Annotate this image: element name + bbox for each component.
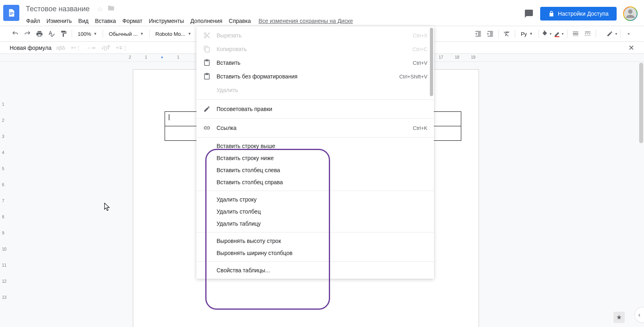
svg-rect-0 [10, 12, 13, 12]
context-menu-label: Вставить строку ниже [217, 155, 427, 161]
context-menu-item: ВырезатьCtrl+X [196, 29, 434, 42]
svg-rect-6 [573, 36, 578, 36]
menu-file[interactable]: Файл [23, 16, 43, 26]
context-menu-label: Выровнять ширину столбцов [217, 250, 427, 256]
svg-rect-9 [587, 33, 588, 34]
context-menu-label: Вставить столбец справа [217, 179, 427, 185]
context-menu-item[interactable]: Вставить строку ниже [196, 152, 434, 164]
copy-icon [203, 45, 211, 53]
comments-icon[interactable] [524, 9, 534, 19]
clear-format-icon[interactable] [501, 28, 512, 39]
context-menu-item[interactable]: Посоветовать правки [196, 102, 434, 116]
share-label: Настройки Доступа [558, 10, 609, 17]
indent-decrease-icon[interactable] [473, 28, 484, 39]
shortcut-label: Ctrl+Shift+V [399, 74, 427, 80]
share-button[interactable]: Настройки Доступа [540, 7, 617, 21]
context-menu-item[interactable]: Вставить столбец справа [196, 176, 434, 188]
shortcut-label: Ctrl+V [413, 60, 427, 66]
menu-view[interactable]: Вид [76, 16, 91, 26]
context-menu-item: Удалить [196, 83, 434, 97]
fill-color-icon[interactable]: ▼ [541, 28, 553, 39]
collapse-icon[interactable] [623, 28, 634, 39]
editing-mode-icon[interactable]: ▼ [607, 28, 618, 39]
undo-icon[interactable] [10, 28, 21, 39]
print-icon[interactable] [34, 28, 45, 39]
context-menu-item[interactable]: Удалить таблицу [196, 218, 434, 230]
context-menu-label: Посоветовать правки [217, 106, 427, 112]
context-menu-label: Вырезать [217, 32, 413, 39]
context-menu-item: КопироватьCtrl+C [196, 42, 434, 56]
menu-bar: Файл Изменить Вид Вставка Формат Инструм… [23, 15, 524, 27]
context-menu-label: Удалить строку [217, 196, 427, 203]
context-menu-label: Копировать [217, 46, 413, 52]
context-menu-label: Вставить столбец слева [217, 167, 427, 173]
context-menu-label: Удалить столбец [217, 208, 427, 215]
header: Тестовое название ☆ Файл Изменить Вид Вс… [0, 0, 644, 26]
spell-lang-select[interactable]: Ру▼ [518, 29, 536, 39]
shortcut-label: Ctrl+C [413, 46, 427, 52]
formula-token[interactable]: αβΔ [56, 45, 65, 51]
svg-rect-8 [585, 33, 586, 34]
svg-rect-12 [586, 35, 587, 36]
context-menu-label: Вставить строку выше [217, 143, 427, 149]
border-width-icon[interactable] [570, 28, 581, 39]
formula-token[interactable]: √()∛ [101, 45, 110, 51]
shortcut-label: Ctrl+X [413, 33, 427, 39]
saved-status[interactable]: Все изменения сохранены на Диске [258, 18, 353, 24]
svg-rect-13 [588, 35, 589, 36]
menu-edit[interactable]: Изменить [43, 16, 74, 26]
formula-label: Новая формула [10, 45, 52, 51]
link-icon [203, 124, 211, 132]
svg-rect-2 [10, 14, 12, 15]
paste-icon [203, 72, 211, 80]
svg-rect-5 [573, 33, 578, 34]
context-menu-label: Выровнять высоту строк [217, 238, 427, 244]
star-icon[interactable]: ☆ [97, 5, 103, 13]
context-menu-item[interactable]: Удалить столбец [196, 206, 434, 218]
formula-token[interactable]: +∓⋮ [116, 45, 128, 51]
doc-title[interactable]: Тестовое название [23, 4, 92, 14]
menu-help[interactable]: Справка [226, 16, 254, 26]
paint-format-icon[interactable] [58, 28, 69, 39]
folder-icon[interactable] [107, 4, 115, 13]
scrollbar[interactable] [639, 63, 643, 143]
context-menu-item[interactable]: Вставить столбец слева [196, 164, 434, 176]
context-menu-item[interactable]: Выровнять высоту строк [196, 235, 434, 247]
menu-tools[interactable]: Инструменты [146, 16, 187, 26]
side-panel-toggle-icon[interactable]: ‹ [634, 307, 644, 323]
context-menu-item[interactable]: СсылкаCtrl+K [196, 121, 434, 135]
context-menu-item[interactable]: Свойства таблицы... [196, 264, 434, 276]
formula-token[interactable]: ×÷⋮ [71, 45, 81, 51]
context-menu-label: Вставить [217, 60, 413, 66]
border-color-icon[interactable]: ▼ [553, 28, 565, 39]
suggest-icon [203, 105, 211, 113]
formula-token[interactable]: ←⇒ [87, 45, 95, 51]
menu-addons[interactable]: Дополнения [188, 16, 225, 26]
menu-insert[interactable]: Вставка [92, 16, 119, 26]
account-avatar[interactable] [623, 6, 638, 21]
indent-increase-icon[interactable] [485, 28, 496, 39]
border-style-icon[interactable] [582, 28, 593, 39]
scrollbar[interactable] [430, 28, 433, 96]
zoom-select[interactable]: 100%▼ [74, 29, 100, 39]
cut-icon [203, 31, 211, 39]
svg-rect-3 [555, 36, 559, 37]
svg-rect-1 [10, 13, 13, 14]
close-icon[interactable]: ✕ [628, 43, 634, 52]
context-menu-item[interactable]: Вставить строку выше [196, 140, 434, 152]
svg-rect-7 [585, 32, 590, 33]
style-select[interactable]: Обычный ...▼ [105, 29, 147, 39]
context-menu-label: Свойства таблицы... [217, 267, 427, 274]
docs-logo-icon[interactable] [3, 5, 19, 21]
context-menu-item[interactable]: Выровнять ширину столбцов [196, 247, 434, 259]
font-select[interactable]: Roboto Mo...▼ [152, 29, 194, 39]
context-menu-label: Ссылка [217, 125, 413, 131]
menu-format[interactable]: Формат [120, 16, 145, 26]
title-area: Тестовое название ☆ Файл Изменить Вид Вс… [23, 3, 524, 27]
redo-icon[interactable] [22, 28, 33, 39]
spellcheck-icon[interactable] [46, 28, 57, 39]
explore-icon[interactable] [613, 312, 625, 323]
context-menu-item[interactable]: Удалить строку [196, 193, 434, 206]
context-menu-item[interactable]: Вставить без форматированияCtrl+Shift+V [196, 70, 434, 83]
context-menu-item[interactable]: ВставитьCtrl+V [196, 56, 434, 70]
